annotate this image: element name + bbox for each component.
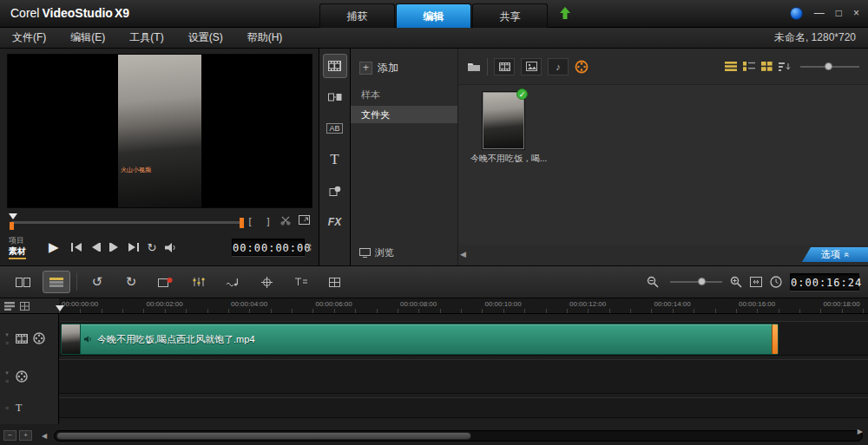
filter-photo-button[interactable] [521,58,542,75]
prev-frame-button[interactable] [90,243,101,252]
filter-audio-button[interactable]: ♪ [548,58,569,75]
timecode-step-down[interactable]: ▼ [307,247,312,252]
title-track-header[interactable]: ≡ T [0,397,59,418]
go-start-button[interactable] [71,243,82,252]
split-screen-button[interactable] [320,271,348,293]
add-folder-button[interactable]: + 添加 [359,61,398,75]
track-manager-icon[interactable] [4,302,15,311]
slider-handle[interactable] [698,278,706,285]
rail-media-button[interactable] [323,54,347,78]
clip-trim-handle[interactable] [772,324,778,354]
project-name: 未命名, 1280*720 [774,30,868,45]
subtitle-editor-button[interactable] [286,271,314,293]
rail-title-button[interactable]: AB [323,116,347,141]
fit-project-icon[interactable] [750,277,762,287]
close-button[interactable]: × [853,7,859,20]
playback-mode-switch: 项目 素材 [9,235,49,259]
rail-subtitle-button[interactable]: T [323,147,347,172]
tab-share[interactable]: 共享 [472,3,548,28]
horizontal-scrollbar[interactable]: ▶ [54,430,863,442]
redo-button[interactable]: ↻ [117,271,145,293]
rail-filter-button[interactable]: FX [323,210,347,234]
overlay-track-lane[interactable] [59,359,868,394]
storyboard-view-button[interactable] [9,271,36,293]
folder-icon[interactable] [467,61,481,72]
timeline-ruler[interactable]: 00:00:00:00 00:00:02:00 00:00:04:00 00:0… [59,298,868,314]
folder-item-selected[interactable]: 文件夹 [351,106,457,123]
scroll-right-button[interactable]: ▶ [858,428,863,435]
filter-video-button[interactable] [494,58,515,75]
go-end-button[interactable] [128,243,139,252]
browse-button[interactable]: 浏览 [359,246,394,259]
ruler-tick: 00:00:08:00 [398,298,483,313]
mode-project[interactable]: 项目 [9,235,49,245]
media-reel-icon[interactable] [575,60,589,74]
timeline-zoom-slider[interactable] [670,276,722,288]
media-thumbnail[interactable]: ✓ 今晚不用吃饭，喝... [470,92,536,165]
preview-timecode-value[interactable]: 00:00:00:00 [232,239,305,256]
samples-item[interactable]: 样本 [361,88,380,101]
remove-track-button[interactable]: − [3,430,16,441]
media-thumbnail-caption: 今晚不用吃饭，喝... [470,153,536,165]
clip-volume-icon [84,336,93,343]
ruler-tick: 00:00:00:00 [59,298,144,313]
trim-start-handle[interactable] [10,222,14,230]
record-capture-button[interactable] [151,271,179,293]
thumbnail-view-icon[interactable] [761,62,773,71]
sound-mixer-button[interactable] [185,271,213,293]
next-frame-button[interactable] [109,243,120,252]
menu-help[interactable]: 帮助(H) [235,30,295,45]
thumbnail-size-slider[interactable] [800,61,859,73]
add-track-button[interactable]: + [19,430,32,441]
browse-monitor-icon [359,248,371,258]
minimize-button[interactable]: — [814,7,825,20]
play-button[interactable]: ▶ [49,239,59,255]
timeline-timecode[interactable]: 0:00:16:24 [790,273,859,291]
menu-settings[interactable]: 设置(S) [176,30,235,45]
corel-account-icon[interactable] [790,7,803,20]
zoom-in-icon[interactable] [730,276,742,288]
scroll-left-icon[interactable]: ◀ [460,250,466,258]
menu-file[interactable]: 文件(F) [0,30,58,45]
overlay-track-header[interactable]: ▾≡ [0,359,59,394]
video-track-header[interactable]: ▾≡ [0,321,59,356]
mark-out-button[interactable]: ] [262,215,274,227]
rail-transition-button[interactable] [323,85,347,109]
split-clip-icon[interactable] [280,215,293,227]
toolbar-separator [76,273,77,291]
enlarge-preview-icon[interactable] [299,215,311,227]
auto-music-button[interactable] [219,271,247,293]
project-duration-clock-icon[interactable] [770,276,782,288]
zoom-out-icon[interactable] [647,276,659,288]
rail-graphic-button[interactable] [323,179,347,203]
tab-capture[interactable]: 捕获 [319,3,395,28]
video-clip[interactable]: 今晚不用吃饭,喝点西北风就饱了.mp4 [61,324,779,355]
repeat-button[interactable]: ↻ [148,241,157,254]
list-view-icon[interactable] [725,62,737,71]
menu-edit[interactable]: 编辑(E) [58,30,117,45]
volume-icon[interactable] [165,243,178,252]
timeline-view-button[interactable] [43,271,70,293]
track-tools: − + [3,430,32,441]
update-arrow-icon[interactable] [560,7,570,19]
video-track-lane[interactable]: 今晚不用吃饭,喝点西北风就饱了.mp4 [59,321,868,356]
scrubber-track[interactable] [10,221,243,224]
undo-button[interactable]: ↺ [83,271,111,293]
scroll-left-button[interactable]: ◀ [42,432,47,440]
track-settings-icon[interactable] [20,302,30,311]
scrollbar-thumb[interactable] [56,432,471,440]
timecode-stepper: ▲ ▼ [307,242,312,252]
slider-handle[interactable] [825,62,832,70]
sort-icon[interactable] [779,62,791,72]
graphic-icon [329,186,341,196]
mark-in-button[interactable]: [ [244,215,256,227]
detail-view-icon[interactable] [743,62,755,71]
menu-tools[interactable]: 工具(T) [117,30,175,45]
tab-edit[interactable]: 编辑 [396,3,471,28]
mode-clip[interactable]: 素材 [9,246,26,259]
title-track-icon: T [16,402,22,415]
title-track-lane[interactable] [59,397,868,418]
motion-tracking-button[interactable] [253,271,280,293]
maximize-button[interactable]: □ [836,7,842,20]
options-button[interactable]: 选项 « [802,247,868,262]
